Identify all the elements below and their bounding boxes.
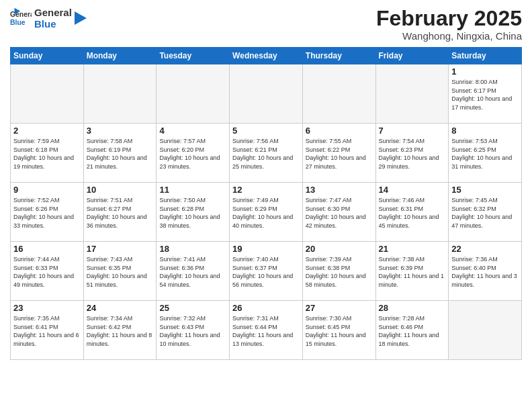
calendar-cell: 19Sunrise: 7:40 AM Sunset: 6:37 PM Dayli… bbox=[230, 242, 303, 301]
day-info: Sunrise: 7:28 AM Sunset: 6:46 PM Dayligh… bbox=[379, 314, 446, 348]
page: General Blue General Blue February 2025 … bbox=[0, 0, 532, 411]
weekday-header-thursday: Thursday bbox=[302, 48, 375, 64]
calendar-cell: 7Sunrise: 7:54 AM Sunset: 6:23 PM Daylig… bbox=[375, 124, 449, 183]
svg-text:General: General bbox=[10, 11, 32, 19]
calendar-cell: 12Sunrise: 7:49 AM Sunset: 6:29 PM Dayli… bbox=[230, 183, 303, 242]
day-info: Sunrise: 7:50 AM Sunset: 6:28 PM Dayligh… bbox=[159, 196, 226, 230]
day-number: 22 bbox=[451, 244, 519, 254]
day-number: 4 bbox=[159, 126, 226, 136]
logo-blue: Blue bbox=[34, 18, 72, 30]
day-number: 2 bbox=[13, 126, 81, 136]
day-number: 15 bbox=[451, 185, 519, 195]
day-number: 1 bbox=[451, 66, 519, 77]
calendar-cell: 17Sunrise: 7:43 AM Sunset: 6:35 PM Dayli… bbox=[83, 242, 157, 301]
weekday-header-saturday: Saturday bbox=[449, 48, 522, 64]
day-info: Sunrise: 7:49 AM Sunset: 6:29 PM Dayligh… bbox=[232, 196, 300, 230]
day-info: Sunrise: 8:00 AM Sunset: 6:17 PM Dayligh… bbox=[451, 78, 519, 111]
calendar-cell: 26Sunrise: 7:31 AM Sunset: 6:44 PM Dayli… bbox=[230, 301, 303, 360]
weekday-header-monday: Monday bbox=[83, 48, 157, 64]
day-info: Sunrise: 7:32 AM Sunset: 6:43 PM Dayligh… bbox=[159, 314, 226, 348]
day-number: 27 bbox=[306, 303, 373, 313]
calendar-cell: 10Sunrise: 7:51 AM Sunset: 6:27 PM Dayli… bbox=[83, 183, 157, 242]
day-number: 9 bbox=[13, 185, 81, 195]
day-info: Sunrise: 7:54 AM Sunset: 6:23 PM Dayligh… bbox=[379, 137, 446, 171]
week-row-1: 2Sunrise: 7:59 AM Sunset: 6:18 PM Daylig… bbox=[11, 124, 522, 183]
week-row-4: 23Sunrise: 7:35 AM Sunset: 6:41 PM Dayli… bbox=[11, 301, 522, 360]
logo-wing-icon bbox=[75, 8, 88, 28]
calendar-cell bbox=[83, 64, 157, 124]
calendar-cell bbox=[375, 64, 449, 124]
title-block: February 2025 Wanghong, Ningxia, China bbox=[376, 7, 522, 42]
weekday-header-wednesday: Wednesday bbox=[230, 48, 303, 64]
day-info: Sunrise: 7:39 AM Sunset: 6:38 PM Dayligh… bbox=[306, 255, 373, 289]
day-number: 25 bbox=[159, 303, 226, 313]
calendar-cell bbox=[449, 301, 522, 360]
day-info: Sunrise: 7:35 AM Sunset: 6:41 PM Dayligh… bbox=[13, 314, 81, 348]
day-info: Sunrise: 7:51 AM Sunset: 6:27 PM Dayligh… bbox=[87, 196, 154, 230]
calendar-cell: 1Sunrise: 8:00 AM Sunset: 6:17 PM Daylig… bbox=[449, 64, 522, 124]
day-info: Sunrise: 7:40 AM Sunset: 6:37 PM Dayligh… bbox=[232, 255, 300, 289]
weekday-header-row: SundayMondayTuesdayWednesdayThursdayFrid… bbox=[11, 48, 522, 64]
calendar-cell: 16Sunrise: 7:44 AM Sunset: 6:33 PM Dayli… bbox=[11, 242, 84, 301]
calendar-cell: 8Sunrise: 7:53 AM Sunset: 6:25 PM Daylig… bbox=[449, 124, 522, 183]
calendar-cell: 23Sunrise: 7:35 AM Sunset: 6:41 PM Dayli… bbox=[11, 301, 84, 360]
month-title: February 2025 bbox=[376, 7, 522, 30]
week-row-3: 16Sunrise: 7:44 AM Sunset: 6:33 PM Dayli… bbox=[11, 242, 522, 301]
day-number: 10 bbox=[87, 185, 154, 195]
day-number: 11 bbox=[159, 185, 226, 195]
calendar-cell bbox=[302, 64, 375, 124]
location-title: Wanghong, Ningxia, China bbox=[376, 30, 522, 42]
calendar-cell: 2Sunrise: 7:59 AM Sunset: 6:18 PM Daylig… bbox=[11, 124, 84, 183]
day-number: 17 bbox=[87, 244, 154, 254]
calendar-cell: 24Sunrise: 7:34 AM Sunset: 6:42 PM Dayli… bbox=[83, 301, 157, 360]
day-number: 18 bbox=[159, 244, 226, 254]
day-number: 6 bbox=[306, 126, 373, 136]
logo: General Blue General Blue bbox=[10, 7, 88, 30]
day-number: 7 bbox=[379, 126, 446, 136]
day-info: Sunrise: 7:52 AM Sunset: 6:26 PM Dayligh… bbox=[13, 196, 81, 230]
calendar-cell: 11Sunrise: 7:50 AM Sunset: 6:28 PM Dayli… bbox=[157, 183, 230, 242]
day-info: Sunrise: 7:41 AM Sunset: 6:36 PM Dayligh… bbox=[159, 255, 226, 289]
calendar-cell: 21Sunrise: 7:38 AM Sunset: 6:39 PM Dayli… bbox=[375, 242, 449, 301]
calendar-cell: 25Sunrise: 7:32 AM Sunset: 6:43 PM Dayli… bbox=[157, 301, 230, 360]
calendar-cell: 6Sunrise: 7:55 AM Sunset: 6:22 PM Daylig… bbox=[302, 124, 375, 183]
weekday-header-sunday: Sunday bbox=[11, 48, 84, 64]
calendar-cell: 27Sunrise: 7:30 AM Sunset: 6:45 PM Dayli… bbox=[302, 301, 375, 360]
day-info: Sunrise: 7:58 AM Sunset: 6:19 PM Dayligh… bbox=[87, 137, 154, 171]
week-row-2: 9Sunrise: 7:52 AM Sunset: 6:26 PM Daylig… bbox=[11, 183, 522, 242]
day-number: 26 bbox=[232, 303, 300, 313]
day-info: Sunrise: 7:55 AM Sunset: 6:22 PM Dayligh… bbox=[306, 137, 373, 171]
day-info: Sunrise: 7:57 AM Sunset: 6:20 PM Dayligh… bbox=[159, 137, 226, 171]
calendar-cell bbox=[11, 64, 84, 124]
day-info: Sunrise: 7:56 AM Sunset: 6:21 PM Dayligh… bbox=[232, 137, 300, 171]
header: General Blue General Blue February 2025 … bbox=[10, 7, 522, 42]
calendar-cell: 22Sunrise: 7:36 AM Sunset: 6:40 PM Dayli… bbox=[449, 242, 522, 301]
calendar-cell bbox=[157, 64, 230, 124]
calendar-cell: 15Sunrise: 7:45 AM Sunset: 6:32 PM Dayli… bbox=[449, 183, 522, 242]
calendar-cell: 9Sunrise: 7:52 AM Sunset: 6:26 PM Daylig… bbox=[11, 183, 84, 242]
day-info: Sunrise: 7:36 AM Sunset: 6:40 PM Dayligh… bbox=[451, 255, 519, 289]
day-number: 28 bbox=[379, 303, 446, 313]
day-number: 5 bbox=[232, 126, 300, 136]
day-number: 23 bbox=[13, 303, 81, 313]
calendar-cell bbox=[230, 64, 303, 124]
day-number: 12 bbox=[232, 185, 300, 195]
day-info: Sunrise: 7:43 AM Sunset: 6:35 PM Dayligh… bbox=[87, 255, 154, 289]
day-info: Sunrise: 7:53 AM Sunset: 6:25 PM Dayligh… bbox=[451, 137, 519, 171]
day-number: 16 bbox=[13, 244, 81, 254]
day-info: Sunrise: 7:59 AM Sunset: 6:18 PM Dayligh… bbox=[13, 137, 81, 171]
day-number: 24 bbox=[87, 303, 154, 313]
day-number: 14 bbox=[379, 185, 446, 195]
week-row-0: 1Sunrise: 8:00 AM Sunset: 6:17 PM Daylig… bbox=[11, 64, 522, 124]
day-info: Sunrise: 7:45 AM Sunset: 6:32 PM Dayligh… bbox=[451, 196, 519, 230]
day-number: 21 bbox=[379, 244, 446, 254]
weekday-header-tuesday: Tuesday bbox=[157, 48, 230, 64]
day-info: Sunrise: 7:46 AM Sunset: 6:31 PM Dayligh… bbox=[379, 196, 446, 230]
day-info: Sunrise: 7:44 AM Sunset: 6:33 PM Dayligh… bbox=[13, 255, 81, 289]
calendar-cell: 3Sunrise: 7:58 AM Sunset: 6:19 PM Daylig… bbox=[83, 124, 157, 183]
svg-marker-3 bbox=[75, 11, 87, 25]
day-number: 13 bbox=[306, 185, 373, 195]
calendar: SundayMondayTuesdayWednesdayThursdayFrid… bbox=[10, 47, 522, 360]
logo-icon: General Blue bbox=[10, 7, 32, 29]
day-info: Sunrise: 7:38 AM Sunset: 6:39 PM Dayligh… bbox=[379, 255, 446, 289]
